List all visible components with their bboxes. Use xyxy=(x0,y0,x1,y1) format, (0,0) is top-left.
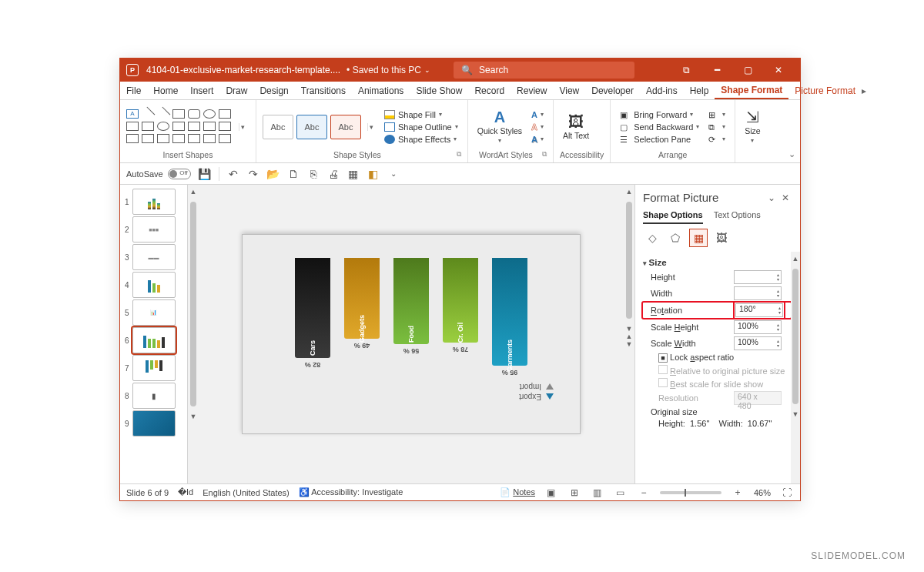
shape-icon[interactable] xyxy=(188,134,200,143)
group-button[interactable]: ⧉▾ xyxy=(705,122,728,132)
thumbnail[interactable]: 9 xyxy=(120,410,187,437)
shape-effects-button[interactable]: Shape Effects ▾ xyxy=(381,134,461,145)
fit-to-window-icon[interactable]: ⛶ xyxy=(780,487,794,498)
scroll-down-icon[interactable]: ▼ xyxy=(626,325,633,333)
sorter-view-icon[interactable]: ⊞ xyxy=(567,487,581,498)
redo-icon[interactable]: ↷ xyxy=(247,168,259,180)
normal-view-icon[interactable]: ▣ xyxy=(544,487,558,498)
print-icon[interactable]: 🖨 xyxy=(327,168,340,180)
shape-icon[interactable] xyxy=(203,134,216,143)
thumbnail[interactable]: 1 xyxy=(120,188,187,216)
next-slide-icon[interactable]: ▼ xyxy=(626,340,633,348)
slide[interactable]: Export Import Garments95 %Cr. Oil78 %Foo… xyxy=(242,234,581,434)
text-fill-button[interactable]: A▾ xyxy=(528,109,547,120)
qat-more-icon[interactable]: ⌄ xyxy=(387,168,400,180)
text-outline-button[interactable]: A▾ xyxy=(528,122,547,132)
save-status[interactable]: • Saved to this PC xyxy=(346,65,421,75)
tab-shape-options[interactable]: Shape Options xyxy=(643,210,703,224)
shape-icon[interactable] xyxy=(126,134,139,143)
chart-bar[interactable]: Cr. Oil78 % xyxy=(443,258,478,343)
shape-icon[interactable] xyxy=(219,122,231,131)
tab-file[interactable]: File xyxy=(120,82,147,99)
slideshow-view-icon[interactable]: ▭ xyxy=(614,487,628,498)
align-button[interactable]: ⊞▾ xyxy=(705,109,728,120)
collapse-ribbon-icon[interactable]: ⌄ xyxy=(788,149,795,159)
qat-button[interactable]: ▦ xyxy=(347,168,360,180)
thumbnails-scrollbar[interactable]: ▲▼ xyxy=(188,185,199,483)
scroll-thumb[interactable] xyxy=(190,202,196,406)
shape-icon[interactable] xyxy=(157,122,169,131)
accessibility-status[interactable]: ♿ Accessibility: Investigate xyxy=(299,487,403,497)
close-button[interactable]: ✕ xyxy=(763,59,794,82)
style-preset[interactable]: Abc xyxy=(330,115,361,139)
roundrect-shape-icon[interactable] xyxy=(188,109,200,119)
shapes-gallery[interactable]: A xyxy=(126,109,233,145)
slide-canvas[interactable]: Export Import Garments95 %Cr. Oil78 %Foo… xyxy=(199,185,624,483)
tab-picture-format[interactable]: Picture Format xyxy=(788,82,862,99)
shape-icon[interactable] xyxy=(142,122,154,131)
tab-animations[interactable]: Animations xyxy=(352,82,410,99)
size-properties-icon[interactable]: ▦ xyxy=(689,229,708,247)
autosave-toggle[interactable]: AutoSave xyxy=(126,169,191,179)
shape-icon[interactable] xyxy=(172,122,185,131)
chart-legend[interactable]: Export Import xyxy=(519,381,554,403)
style-preset[interactable]: Abc xyxy=(296,115,327,139)
canvas-scrollbar[interactable]: ▲▼▲▼ xyxy=(624,185,634,483)
document-name[interactable]: 4104-01-exclusive-market-research-templa… xyxy=(146,65,340,75)
shape-icon[interactable] xyxy=(157,134,169,143)
language-status[interactable]: English (United States) xyxy=(203,488,290,497)
selection-pane-button[interactable]: ☰Selection Pane xyxy=(617,134,702,145)
bring-forward-button[interactable]: ▣Bring Forward ▾ xyxy=(617,109,702,120)
tab-home[interactable]: Home xyxy=(147,82,184,99)
zoom-in-icon[interactable]: + xyxy=(731,487,745,498)
undo-icon[interactable]: ↶ xyxy=(227,168,239,180)
dialog-launcher-icon[interactable]: ⧉ xyxy=(542,150,547,159)
height-input[interactable] xyxy=(734,270,782,284)
zoom-slider[interactable] xyxy=(660,491,721,494)
text-effects-button[interactable]: A▾ xyxy=(528,134,547,145)
textbox-shape-icon[interactable]: A xyxy=(126,109,139,119)
zoom-level[interactable]: 46% xyxy=(754,488,771,497)
thumbnail[interactable]: 2■■■ xyxy=(120,216,187,243)
reading-view-icon[interactable]: ▥ xyxy=(591,487,604,498)
zoom-out-icon[interactable]: − xyxy=(637,487,651,498)
shape-icon[interactable] xyxy=(172,134,185,143)
tab-addins[interactable]: Add-ins xyxy=(640,82,684,99)
pane-close-icon[interactable]: ✕ xyxy=(778,192,792,203)
width-input[interactable] xyxy=(734,286,782,300)
styles-expand-icon[interactable]: ▾ xyxy=(367,123,378,131)
chart-bars[interactable]: Garments95 %Cr. Oil78 %Food56 %Gadgets49… xyxy=(266,258,557,366)
chart-bar[interactable]: Food56 % xyxy=(393,258,429,344)
toggle-switch-icon[interactable] xyxy=(168,169,191,179)
qat-button[interactable]: ⎘ xyxy=(307,168,320,180)
shape-icon[interactable] xyxy=(219,134,231,143)
thumbnail[interactable]: 3▬▬ xyxy=(120,243,187,271)
lock-aspect-checkbox[interactable]: ■ xyxy=(658,353,668,363)
pane-scrollbar[interactable]: ▲▼ xyxy=(791,252,800,483)
oval-shape-icon[interactable] xyxy=(203,109,216,119)
new-icon[interactable]: 🗋 xyxy=(287,168,300,180)
rect-shape-icon[interactable] xyxy=(172,109,185,119)
scale-width-input[interactable]: 100% xyxy=(734,336,782,350)
effects-icon[interactable]: ⬠ xyxy=(666,229,685,247)
shape-icon[interactable] xyxy=(188,122,200,131)
picture-icon[interactable]: 🖼 xyxy=(712,229,731,247)
send-backward-button[interactable]: ▢Send Backward ▾ xyxy=(617,122,702,132)
fill-line-icon[interactable]: ◇ xyxy=(643,229,661,247)
thumbnail[interactable]: 5📊 xyxy=(120,299,187,326)
tab-shape-format[interactable]: Shape Format xyxy=(715,82,788,99)
tab-slideshow[interactable]: Slide Show xyxy=(410,82,468,99)
tab-record[interactable]: Record xyxy=(468,82,511,99)
scroll-up-icon[interactable]: ▲ xyxy=(626,188,633,196)
quick-styles-button[interactable]: AQuick Styles▾ xyxy=(474,109,525,144)
rotate-button[interactable]: ⟳▾ xyxy=(705,134,728,145)
tab-draw[interactable]: Draw xyxy=(219,82,253,99)
search-box[interactable]: 🔍 Search xyxy=(454,62,634,79)
scroll-up-icon[interactable]: ▲ xyxy=(190,188,197,196)
tab-help[interactable]: Help xyxy=(684,82,715,99)
qat-button[interactable]: ◧ xyxy=(367,168,380,180)
open-icon[interactable]: 📂 xyxy=(267,168,280,180)
rotation-input[interactable]: 180° xyxy=(735,303,783,317)
chart-bar[interactable]: Garments95 % xyxy=(492,258,527,366)
slide-counter[interactable]: Slide 6 of 9 xyxy=(126,488,169,497)
